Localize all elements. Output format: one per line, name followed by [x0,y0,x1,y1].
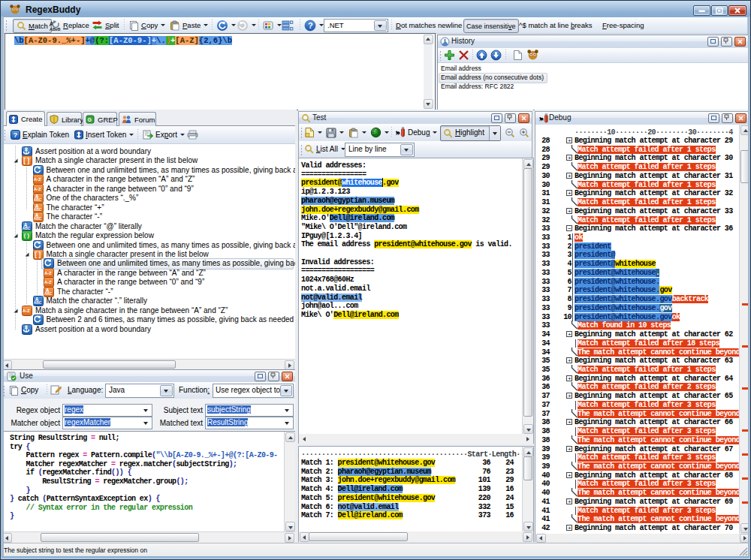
svg-text:A-Z: A-Z [33,177,41,182]
svg-text:ABC: ABC [23,227,31,230]
svg-text:[]: [] [34,251,41,258]
svg-text:ABC: ABC [44,292,53,296]
svg-text:[]: [] [23,158,30,164]
svg-text:ýB: ýB [56,26,61,31]
svg-text:A-Z: A-Z [44,270,52,275]
svg-text:G: G [87,117,92,122]
svg-text:ABC: ABC [33,217,41,221]
svg-text:ABC: ABC [33,302,41,306]
svg-text:(): () [23,233,30,239]
svg-text:?: ? [308,21,313,30]
svg-text:ABC: ABC [33,199,41,203]
svg-text:A-Z: A-Z [23,308,30,313]
svg-text:A-Z: A-Z [44,279,52,285]
svg-text:?: ? [14,131,18,139]
svg-text:ABC: ABC [33,208,41,212]
svg-text:A-Z: A-Z [33,186,41,191]
